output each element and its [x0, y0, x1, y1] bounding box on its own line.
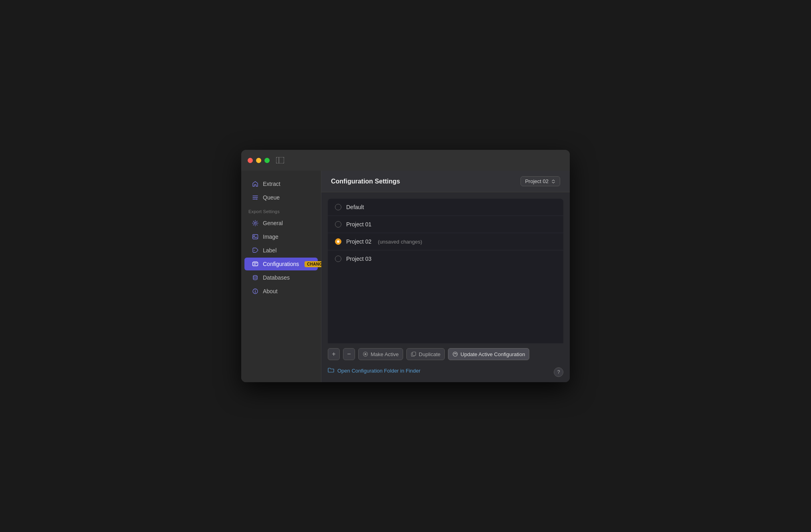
- svg-point-12: [365, 353, 367, 355]
- radio-project03[interactable]: [335, 256, 341, 262]
- add-configuration-button[interactable]: +: [328, 348, 340, 360]
- config-name-default: Default: [346, 204, 364, 210]
- app-window: Extract Queue Export Settings: [241, 150, 570, 382]
- svg-point-10: [255, 290, 256, 290]
- config-item-project03[interactable]: Project 03: [328, 250, 563, 267]
- radio-default[interactable]: [335, 204, 341, 210]
- sidebar-item-about[interactable]: About: [244, 285, 318, 298]
- svg-point-4: [254, 236, 254, 236]
- svg-point-5: [254, 250, 255, 251]
- config-item-project01[interactable]: Project 01: [328, 216, 563, 233]
- sidebar-item-queue[interactable]: Queue: [244, 191, 318, 204]
- config-item-project02[interactable]: Project 02 (unsaved changes): [328, 233, 563, 250]
- folder-icon: [328, 367, 334, 374]
- chevron-updown-icon: [551, 179, 556, 184]
- gear-icon: [252, 220, 259, 227]
- svg-rect-7: [253, 262, 257, 263]
- configurations-icon: [252, 260, 259, 268]
- sidebar-item-label[interactable]: Label: [244, 244, 318, 257]
- sidebar-item-general[interactable]: General: [244, 217, 318, 230]
- svg-rect-14: [413, 352, 416, 356]
- make-active-button[interactable]: Make Active: [358, 348, 403, 360]
- maximize-button[interactable]: [264, 158, 270, 163]
- remove-configuration-button[interactable]: −: [343, 348, 355, 360]
- home-icon: [252, 180, 259, 187]
- open-folder-link[interactable]: Open Configuration Folder in Finder: [321, 364, 427, 380]
- project-selector-label: Project 02: [525, 178, 549, 184]
- config-note-project02: (unsaved changes): [378, 239, 422, 245]
- content-area: Configuration Settings Project 02 Defaul…: [321, 171, 570, 382]
- sidebar-item-image-label: Image: [263, 234, 278, 240]
- sidebar-item-configurations-label: Configurations: [263, 261, 299, 267]
- config-name-project02: Project 02: [346, 238, 371, 245]
- project-selector[interactable]: Project 02: [520, 176, 560, 186]
- sidebar-item-extract-label: Extract: [263, 181, 280, 187]
- main-layout: Extract Queue Export Settings: [241, 171, 570, 382]
- make-active-label: Make Active: [371, 351, 399, 357]
- svg-rect-6: [253, 262, 258, 266]
- sidebar-item-image[interactable]: Image: [244, 230, 318, 243]
- page-title: Configuration Settings: [331, 178, 400, 185]
- close-button[interactable]: [248, 158, 253, 163]
- duplicate-button[interactable]: Duplicate: [406, 348, 445, 360]
- content-header: Configuration Settings Project 02: [321, 171, 570, 192]
- svg-point-2: [254, 222, 256, 224]
- export-settings-label: Export Settings: [241, 204, 321, 216]
- sidebar-item-general-label: General: [263, 220, 283, 226]
- config-item-default[interactable]: Default: [328, 199, 563, 216]
- svg-rect-3: [253, 235, 258, 239]
- help-button[interactable]: ?: [554, 367, 563, 377]
- config-name-project03: Project 03: [346, 256, 371, 262]
- config-name-project01: Project 01: [346, 221, 371, 228]
- queue-icon: [252, 194, 259, 201]
- title-bar: [241, 150, 570, 171]
- traffic-lights: [248, 158, 270, 163]
- open-folder-label: Open Configuration Folder in Finder: [337, 368, 420, 374]
- sidebar-item-databases-label: Databases: [263, 274, 290, 281]
- duplicate-label: Duplicate: [419, 351, 440, 357]
- radio-project02[interactable]: [335, 238, 341, 245]
- svg-rect-0: [276, 157, 284, 163]
- image-icon: [252, 233, 259, 240]
- database-icon: [252, 274, 259, 281]
- footer-row: Open Configuration Folder in Finder ?: [321, 364, 570, 382]
- toolbar: + − Make Active: [321, 343, 570, 364]
- sidebar-item-about-label: About: [263, 288, 278, 294]
- sidebar-item-extract[interactable]: Extract: [244, 177, 318, 190]
- make-active-icon: [363, 351, 368, 357]
- sidebar-item-label-label: Label: [263, 247, 276, 254]
- minimize-button[interactable]: [256, 158, 261, 163]
- sidebar-item-configurations[interactable]: Configurations Changed: [244, 258, 318, 270]
- radio-project01[interactable]: [335, 221, 341, 228]
- configuration-list: Default Project 01 Project 02 (unsaved c…: [328, 199, 563, 343]
- update-active-configuration-label: Update Active Configuration: [460, 351, 525, 357]
- update-icon: [452, 351, 458, 357]
- sidebar: Extract Queue Export Settings: [241, 171, 321, 382]
- sidebar-item-queue-label: Queue: [263, 194, 280, 201]
- svg-point-8: [253, 276, 257, 277]
- label-icon: [252, 247, 259, 254]
- info-icon: [252, 288, 259, 295]
- sidebar-item-databases[interactable]: Databases: [244, 271, 318, 284]
- sidebar-toggle-button[interactable]: [276, 157, 284, 163]
- duplicate-icon: [411, 351, 416, 357]
- content-body: Default Project 01 Project 02 (unsaved c…: [321, 192, 570, 343]
- update-active-configuration-button[interactable]: Update Active Configuration: [448, 348, 529, 360]
- svg-point-15: [453, 352, 458, 357]
